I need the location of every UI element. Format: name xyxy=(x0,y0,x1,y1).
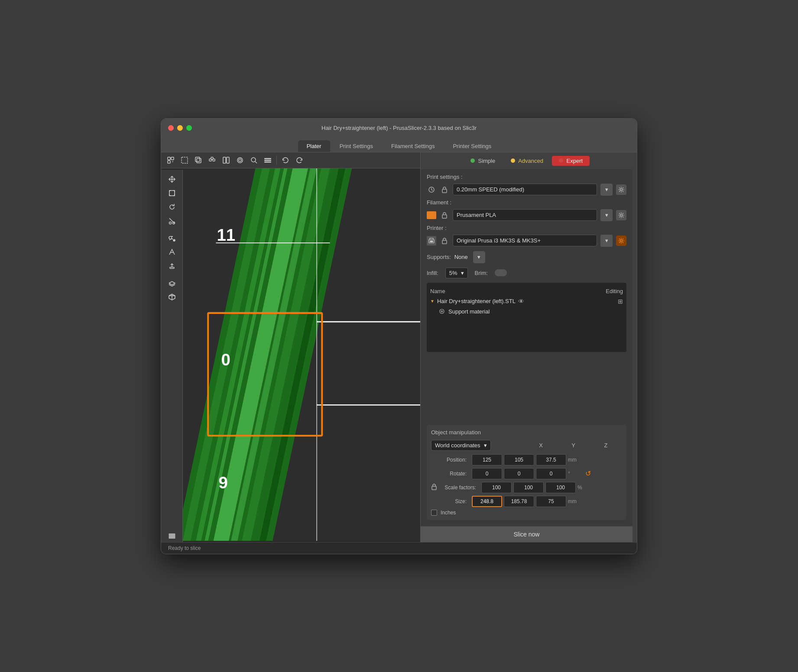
mode-expert-btn[interactable]: Expert xyxy=(552,156,590,166)
rotate-y-input[interactable] xyxy=(504,468,534,479)
simple-dot xyxy=(470,158,475,163)
left-tool-layers[interactable] xyxy=(164,277,180,289)
print-settings-row: Print settings : xyxy=(427,174,626,180)
y-axis-label: Y xyxy=(557,442,590,449)
svg-point-21 xyxy=(169,222,171,224)
printer-chevron[interactable]: ▾ xyxy=(600,235,613,247)
tool-undo-btn[interactable] xyxy=(279,154,292,166)
close-button[interactable] xyxy=(168,125,174,131)
title-bar: Hair Dry+straightener (left) - PrusaSlic… xyxy=(161,119,637,138)
lock-icon-filament xyxy=(440,210,449,220)
support-material-icon xyxy=(439,308,445,314)
left-tool-seam[interactable] xyxy=(164,246,180,258)
slice-now-button[interactable]: Slice now xyxy=(421,526,633,542)
object-list-item[interactable]: ▼ Hair Dry+straightener (left).STL 👁 ⊞ xyxy=(430,296,623,307)
scale-lock-icon[interactable] xyxy=(431,483,437,491)
position-x-input[interactable] xyxy=(472,454,502,465)
filament-dropdown[interactable]: Prusament PLA xyxy=(453,209,597,221)
tool-copy-btn[interactable] xyxy=(192,154,204,166)
name-col-header: Name xyxy=(430,288,445,294)
printer-dropdown[interactable]: Original Prusa i3 MK3S & MK3S+ xyxy=(453,235,597,246)
scale-x-input[interactable] xyxy=(481,482,512,493)
status-text: Ready to slice xyxy=(168,545,201,551)
tool-zoom-btn[interactable] xyxy=(248,154,260,166)
left-tool-scale[interactable] xyxy=(164,187,180,199)
left-tool-cut[interactable] xyxy=(164,215,180,227)
tool-redo-btn[interactable] xyxy=(293,154,305,166)
print-settings-input-row: 0.20mm SPEED (modified) ▾ xyxy=(427,184,626,196)
rotate-x-input[interactable] xyxy=(472,468,502,479)
left-tool-stack[interactable] xyxy=(164,530,180,542)
filament-input-row: Prusament PLA ▾ xyxy=(427,209,626,221)
print-settings-gear[interactable] xyxy=(616,184,626,195)
object-name: Hair Dry+straightener (left).STL xyxy=(437,298,516,304)
left-tool-move[interactable] xyxy=(164,173,180,185)
svg-rect-0 xyxy=(168,157,170,160)
rotate-unit: ° xyxy=(568,471,581,477)
tool-arrange-btn[interactable] xyxy=(234,154,246,166)
supports-label: Supports: xyxy=(427,254,451,260)
right-panel-scrollbar[interactable] xyxy=(633,152,637,542)
edit-icon[interactable]: ⊞ xyxy=(618,298,623,305)
left-tool-support[interactable] xyxy=(164,260,180,272)
svg-point-13 xyxy=(239,159,241,162)
infill-dropdown[interactable]: 5% ▾ xyxy=(445,268,468,278)
tool-add-btn[interactable]: + xyxy=(165,154,177,166)
tab-filament-settings[interactable]: Filament Settings xyxy=(383,140,443,152)
object-sub-item[interactable]: Support material xyxy=(430,307,623,317)
position-z-input[interactable] xyxy=(536,454,566,465)
infill-label: Infill: xyxy=(427,270,438,276)
position-y-input[interactable] xyxy=(504,454,534,465)
left-tool-rotate[interactable] xyxy=(164,201,180,213)
filament-chevron[interactable]: ▾ xyxy=(600,209,613,221)
coord-dropdown[interactable]: World coordinates ▾ xyxy=(431,440,491,451)
mode-advanced-btn[interactable]: Advanced xyxy=(504,156,550,166)
left-tool-paintfill[interactable] xyxy=(164,232,180,244)
tab-bar: Plater Print Settings Filament Settings … xyxy=(161,138,637,152)
print-settings-dropdown[interactable]: 0.20mm SPEED (modified) xyxy=(453,184,597,195)
minimize-button[interactable] xyxy=(177,125,183,131)
left-tools-panel xyxy=(161,170,183,542)
rotate-reset-btn[interactable]: ↺ xyxy=(583,468,593,479)
eye-icon[interactable]: 👁 xyxy=(518,298,524,305)
printer-icon xyxy=(427,236,436,246)
scale-y-input[interactable] xyxy=(513,482,544,493)
svg-line-15 xyxy=(255,162,257,163)
object-manipulation-panel: Object manipulation World coordinates ▾ … xyxy=(427,425,626,520)
manipulation-title: Object manipulation xyxy=(431,429,622,436)
inches-checkbox[interactable] xyxy=(431,510,437,516)
tool-view-btn[interactable] xyxy=(262,154,274,166)
tool-split-btn[interactable] xyxy=(220,154,232,166)
mode-simple-btn[interactable]: Simple xyxy=(464,156,502,166)
tab-plater[interactable]: Plater xyxy=(298,140,330,152)
svg-rect-50 xyxy=(442,215,447,218)
viewport: + xyxy=(161,152,420,542)
position-unit: mm xyxy=(568,457,581,463)
size-y-input[interactable] xyxy=(504,496,534,507)
size-x-input[interactable] xyxy=(472,496,502,507)
svg-rect-19 xyxy=(169,191,175,196)
tool-instances-btn[interactable] xyxy=(206,154,218,166)
rotate-z-input[interactable] xyxy=(536,468,566,479)
printer-gear[interactable] xyxy=(616,236,626,246)
svg-rect-4 xyxy=(182,157,188,163)
left-tool-box[interactable] xyxy=(164,291,180,303)
tool-select-btn[interactable] xyxy=(178,154,191,166)
inches-label: Inches xyxy=(441,510,456,516)
filament-gear[interactable] xyxy=(616,210,626,220)
supports-chevron[interactable]: ▾ xyxy=(473,251,485,263)
tab-print-settings[interactable]: Print Settings xyxy=(331,140,382,152)
scale-z-input[interactable] xyxy=(545,482,576,493)
print-settings-chevron[interactable]: ▾ xyxy=(600,184,613,196)
svg-rect-18 xyxy=(264,162,271,163)
size-z-input[interactable] xyxy=(536,496,566,507)
editing-col-header: Editing xyxy=(606,288,623,294)
tab-printer-settings[interactable]: Printer Settings xyxy=(444,140,500,152)
brim-toggle[interactable] xyxy=(495,269,507,276)
triangle-icon: ▼ xyxy=(430,299,435,304)
svg-rect-48 xyxy=(442,189,447,193)
svg-rect-16 xyxy=(264,158,271,159)
viewport-canvas[interactable]: 11 0 9 xyxy=(183,168,420,541)
maximize-button[interactable] xyxy=(186,125,192,131)
svg-rect-54 xyxy=(442,240,447,244)
